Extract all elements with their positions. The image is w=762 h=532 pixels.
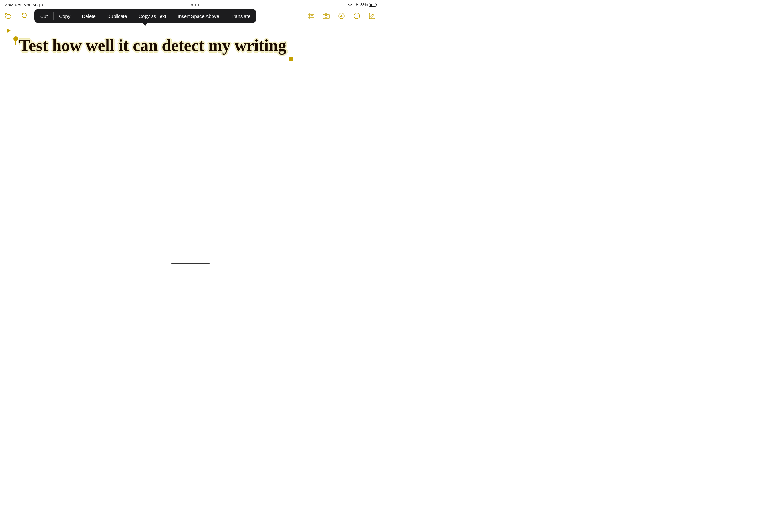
canvas-area[interactable]: Test how well it can detect my writing xyxy=(0,23,381,260)
camera-icon xyxy=(322,12,330,20)
dot-2 xyxy=(194,4,196,6)
svg-point-10 xyxy=(339,13,344,19)
checklist-icon xyxy=(307,12,315,20)
svg-point-13 xyxy=(355,16,356,16)
status-right: 38% xyxy=(347,3,376,7)
copy-button[interactable]: Copy xyxy=(53,9,76,23)
insert-space-above-button[interactable]: Insert Space Above xyxy=(172,9,225,23)
location-icon xyxy=(354,3,358,7)
undo-button[interactable] xyxy=(19,11,29,21)
toolbar-right xyxy=(306,11,377,21)
more-icon xyxy=(353,12,360,20)
status-center xyxy=(191,4,199,6)
undo-icon xyxy=(20,12,29,21)
compose-icon xyxy=(368,12,376,20)
handwriting-container: Test how well it can detect my writing xyxy=(19,36,362,55)
copy-as-text-button[interactable]: Copy as Text xyxy=(133,9,172,23)
status-bar: 2:02 PM Mon Aug 9 38% xyxy=(0,0,381,9)
more-button[interactable] xyxy=(352,11,362,21)
svg-point-1 xyxy=(309,14,310,15)
svg-point-15 xyxy=(358,16,358,16)
delete-button[interactable]: Delete xyxy=(76,9,101,23)
compose-button[interactable] xyxy=(367,11,377,21)
battery-text: 38% xyxy=(360,3,368,7)
camera-button[interactable] xyxy=(321,11,331,21)
battery-icon xyxy=(369,3,376,7)
handwriting-selection: Test how well it can detect my writing xyxy=(19,36,286,55)
checklist-button[interactable] xyxy=(306,11,316,21)
svg-rect-8 xyxy=(323,14,329,19)
wifi-icon xyxy=(347,3,352,7)
dot-1 xyxy=(191,4,193,6)
battery-container: 38% xyxy=(360,3,376,7)
status-left: 2:02 PM Mon Aug 9 xyxy=(5,3,43,7)
dot-3 xyxy=(198,4,199,6)
handwriting-text: Test how well it can detect my writing xyxy=(19,36,286,54)
selection-handle-left[interactable] xyxy=(13,36,18,41)
lasso-icon xyxy=(4,12,13,21)
main-toolbar: Cut Copy Delete Duplicate Copy as Text I… xyxy=(0,9,381,23)
svg-point-14 xyxy=(356,16,357,16)
battery-fill xyxy=(369,4,372,6)
toolbar-left: Cut Copy Delete Duplicate Copy as Text I… xyxy=(4,9,256,23)
lasso-tool-button[interactable] xyxy=(4,11,14,21)
svg-point-9 xyxy=(325,16,327,18)
status-time: 2:02 PM xyxy=(5,3,21,7)
svg-point-5 xyxy=(309,17,310,18)
selection-handle-right[interactable] xyxy=(289,57,293,61)
status-date: Mon Aug 9 xyxy=(23,3,43,7)
home-indicator xyxy=(171,263,210,264)
context-menu: Cut Copy Delete Duplicate Copy as Text I… xyxy=(35,9,256,23)
duplicate-button[interactable]: Duplicate xyxy=(102,9,133,23)
markup-icon xyxy=(338,12,345,20)
cut-button[interactable]: Cut xyxy=(35,9,53,23)
translate-button[interactable]: Translate xyxy=(225,9,256,23)
markup-button[interactable] xyxy=(336,11,346,21)
